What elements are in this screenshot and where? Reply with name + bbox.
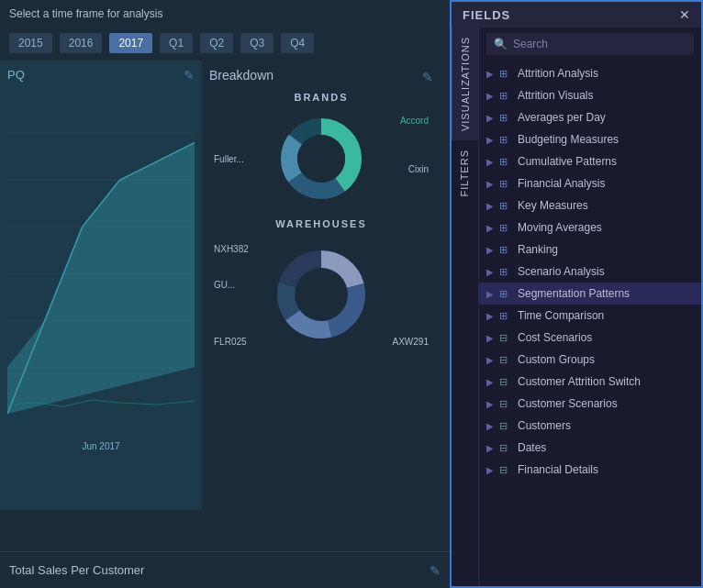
field-item[interactable]: ▶⊞Segmentation Patterns [479,283,701,305]
q1-button[interactable]: Q1 [160,33,193,53]
fields-header: FIELDS ✕ [452,2,701,28]
field-item[interactable]: ▶⊟Dates [479,437,701,459]
tab-filters[interactable]: FILTERS [452,140,478,205]
warehouse-flr-label: FLR025 [214,337,247,347]
chart-footer: Jun 2017 [7,441,195,451]
fields-panel-title: FIELDS [463,8,510,22]
field-item[interactable]: ▶⊞Financial Analysis [479,172,701,194]
field-item-label: Key Measures [518,199,588,212]
field-expand-icon: ▶ [486,69,494,79]
field-item[interactable]: ▶⊞Moving Averages [479,216,701,239]
field-expand-icon: ▶ [486,113,494,123]
field-item-label: Customers [518,419,571,432]
field-item-label: Attrition Analysis [518,67,598,80]
field-item[interactable]: ▶⊟Financial Details [479,459,701,481]
field-item[interactable]: ▶⊟Customers [479,415,701,437]
search-input[interactable] [513,38,686,50]
breakdown-area: Breakdown ✎ BRANDS [202,61,441,510]
field-item[interactable]: ▶⊞Time Comparison [479,305,701,327]
brands-section: BRANDS Accord Fuller... [209,92,433,209]
chart-edit-icon[interactable]: ✎ [184,68,195,83]
field-item-label: Averages per Day [518,111,606,124]
field-table-icon: ⊞ [499,68,512,80]
field-item[interactable]: ▶⊞Ranking [479,239,701,261]
field-item-label: Financial Details [518,463,598,476]
field-item-label: Ranking [518,243,558,256]
field-table-icon: ⊟ [499,420,512,432]
field-item[interactable]: ▶⊞Averages per Day [479,106,701,128]
field-table-icon: ⊟ [499,398,512,410]
field-expand-icon: ▶ [486,135,494,145]
field-item[interactable]: ▶⊞Budgeting Measures [479,128,701,150]
field-item[interactable]: ▶⊞Scenario Analysis [479,261,701,283]
field-table-icon: ⊞ [499,244,512,256]
chart-area: PQ ✎ Jun 2017 [0,61,202,510]
field-item[interactable]: ▶⊞Key Measures [479,194,701,216]
brands-donut-chart [275,113,367,205]
tab-visualizations[interactable]: VISUALIZATIONS [452,28,478,140]
field-expand-icon: ▶ [486,333,494,343]
field-item-label: Attrition Visuals [518,89,593,102]
bottom-title: Total Sales Per Customer [9,563,144,577]
close-button[interactable]: ✕ [679,7,690,22]
field-table-icon: ⊞ [499,222,512,234]
bottom-panel: Total Sales Per Customer ✎ [0,551,450,588]
warehouses-donut-chart [271,244,372,345]
breakdown-title: Breakdown [209,68,273,83]
field-table-icon: ⊞ [499,178,512,190]
fields-panel: FIELDS ✕ VISUALIZATIONS FILTERS 🔍 ▶⊞Attr… [450,0,703,588]
field-item-label: Custom Groups [518,353,595,366]
field-table-icon: ⊞ [499,310,512,322]
field-item-label: Segmentation Patterns [518,287,630,300]
field-table-icon: ⊞ [499,266,512,278]
field-item[interactable]: ▶⊟Customer Attrition Switch [479,371,701,393]
time-selector-label: Select a time frame for analysis [9,7,162,20]
field-list: ▶⊞Attrition Analysis▶⊞Attrition Visuals▶… [479,61,701,586]
field-expand-icon: ▶ [486,355,494,365]
field-item[interactable]: ▶⊞Attrition Analysis [479,62,701,84]
vertical-tabs: VISUALIZATIONS FILTERS [452,28,479,586]
field-expand-icon: ▶ [486,311,494,321]
field-table-icon: ⊟ [499,354,512,366]
q2-button[interactable]: Q2 [200,33,233,53]
field-expand-icon: ▶ [486,245,494,255]
svg-marker-6 [7,143,195,415]
field-item[interactable]: ▶⊟Cost Scenarios [479,327,701,349]
field-item[interactable]: ▶⊞Cumulative Patterns [479,150,701,172]
time-selector-row: Select a time frame for analysis [0,0,450,33]
field-expand-icon: ▶ [486,179,494,189]
breakdown-edit-icon[interactable]: ✎ [422,70,433,84]
search-box: 🔍 [486,33,694,55]
year-2016-button[interactable]: 2016 [60,33,103,53]
dashboard-panel: Select a time frame for analysis 2015 20… [0,0,450,588]
q3-button[interactable]: Q3 [240,33,273,53]
field-table-icon: ⊞ [499,134,512,146]
field-item-label: Budgeting Measures [518,133,619,146]
field-expand-icon: ▶ [486,443,494,453]
field-table-icon: ⊞ [499,112,512,124]
year-2017-button[interactable]: 2017 [109,33,152,53]
field-item[interactable]: ▶⊟Customer Scenarios [479,393,701,415]
chart-title: PQ [7,68,25,82]
warehouses-label: WAREHOUSES [209,218,433,229]
svg-point-11 [297,135,345,183]
field-expand-icon: ▶ [486,267,494,277]
field-table-icon: ⊞ [499,156,512,168]
field-item-label: Moving Averages [518,221,602,234]
field-table-icon: ⊞ [499,288,512,300]
brand-accord-label: Accord [400,116,429,126]
svg-point-17 [295,268,348,321]
fields-content: 🔍 ▶⊞Attrition Analysis▶⊞Attrition Visual… [479,28,701,586]
field-item[interactable]: ▶⊟Custom Groups [479,349,701,371]
bottom-edit-icon[interactable]: ✎ [430,563,441,578]
field-item[interactable]: ▶⊞Attrition Visuals [479,84,701,106]
field-item-label: Time Comparison [518,309,604,322]
field-item-label: Customer Attrition Switch [518,375,641,388]
field-table-icon: ⊞ [499,200,512,212]
year-2015-button[interactable]: 2015 [9,33,52,53]
warehouses-section: WAREHOUSES NXH382 G [209,218,433,354]
q4-button[interactable]: Q4 [281,33,314,53]
brand-fuller-label: Fuller... [214,154,244,164]
field-table-icon: ⊟ [499,442,512,454]
field-item-label: Customer Scenarios [518,397,618,410]
